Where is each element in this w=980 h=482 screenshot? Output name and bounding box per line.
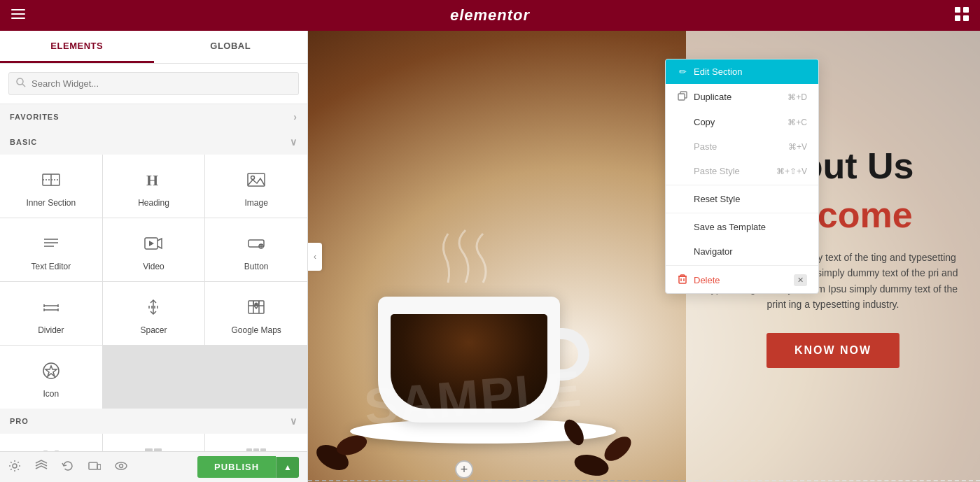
context-menu: ✏ Edit Section Duplicate ⌘+D [665, 59, 819, 294]
widget-google-maps[interactable]: Google Maps [205, 282, 307, 345]
save-template-label: Save as Template [694, 222, 766, 232]
steam [434, 227, 504, 292]
chevron-down-icon: ∨ [290, 136, 298, 148]
settings-icon[interactable] [8, 460, 21, 475]
history-icon[interactable] [62, 460, 74, 475]
reset-style-label: Reset Style [694, 194, 740, 204]
inner-section-icon [38, 167, 64, 192]
widget-spacer[interactable]: Spacer [103, 282, 205, 345]
navigator-label: Navigator [694, 246, 733, 257]
responsive-icon[interactable] [88, 460, 101, 475]
publish-arrow-button[interactable]: ▲ [276, 457, 299, 478]
context-menu-paste: Paste ⌘+V [666, 134, 818, 159]
elementor-logo: elementor [450, 6, 530, 24]
canvas-area: ‹ [308, 31, 980, 482]
svg-rect-41 [89, 462, 97, 469]
delete-trash-icon [677, 274, 688, 286]
duplicate-icon [677, 91, 688, 103]
svg-point-37 [255, 303, 258, 306]
svg-marker-39 [46, 366, 57, 376]
section-favorites[interactable]: FAVORITES › [0, 104, 307, 129]
widget-video[interactable]: Video [103, 218, 205, 281]
grid-icon[interactable] [955, 7, 969, 24]
publish-button[interactable]: PUBLISH [197, 456, 276, 478]
widgets-scroll: FAVORITES › BASIC ∨ [0, 104, 307, 451]
paste-style-shortcut: ⌘+⇧+V [776, 166, 807, 176]
context-menu-copy[interactable]: Copy ⌘+C [666, 110, 818, 134]
svg-rect-47 [679, 276, 686, 283]
paste-shortcut: ⌘+V [788, 142, 807, 152]
know-now-button[interactable]: KNOW NOW [766, 333, 899, 368]
tab-global[interactable]: GLOBAL [154, 31, 308, 63]
svg-rect-4 [963, 7, 969, 13]
paste-style-label: Paste Style [694, 166, 740, 176]
widget-image[interactable]: Image [205, 155, 307, 218]
sidebar: ELEMENTS GLOBAL FAVORITES › [0, 31, 308, 482]
context-menu-navigator[interactable]: Navigator [666, 239, 818, 264]
widget-button-label: Button [244, 262, 269, 271]
widget-icon[interactable]: Icon [0, 346, 102, 409]
delete-shortcut: ✕ [794, 274, 807, 286]
context-menu-save-template[interactable]: Save as Template [666, 215, 818, 239]
delete-label: Delete [694, 275, 720, 285]
svg-point-43 [115, 462, 127, 469]
widget-spacer-label: Spacer [140, 325, 167, 335]
widget-heading-label: Heading [138, 198, 169, 208]
context-menu-divider-1 [666, 185, 818, 185]
widget-inner-section[interactable]: Inner Section [0, 155, 102, 218]
widget-divider[interactable]: Divider [0, 282, 102, 345]
context-menu-divider-3 [666, 265, 818, 266]
bottom-toolbar: PUBLISH ▲ [0, 451, 307, 482]
svg-rect-6 [963, 15, 969, 21]
widget-heading[interactable]: H Heading [103, 155, 205, 218]
widget-divider-label: Divider [38, 325, 64, 335]
context-menu-divider-2 [666, 213, 818, 213]
sidebar-tabs: ELEMENTS GLOBAL [0, 31, 307, 64]
pro-widgets-grid [0, 434, 307, 451]
pro-widget-2[interactable] [103, 434, 205, 451]
svg-marker-19 [149, 241, 154, 246]
section-pro[interactable]: PRO ∨ [0, 409, 307, 434]
layers-icon[interactable] [35, 460, 48, 475]
google-maps-icon [244, 295, 269, 320]
pro-widget-3[interactable] [205, 434, 307, 451]
widget-text-editor-label: Text Editor [31, 262, 71, 271]
basic-widgets-grid: Inner Section H Heading [0, 155, 307, 409]
widget-text-editor[interactable]: Text Editor [0, 218, 102, 281]
svg-point-7 [17, 78, 23, 85]
toolbar-left [8, 460, 127, 475]
context-menu-reset-style[interactable]: Reset Style [666, 187, 818, 211]
spacer-icon [141, 295, 166, 320]
widget-button[interactable]: Button [205, 218, 307, 281]
svg-rect-13 [248, 173, 265, 186]
chevron-right-icon: › [293, 111, 298, 122]
svg-rect-1 [11, 13, 25, 15]
svg-line-8 [22, 84, 25, 87]
context-menu-delete[interactable]: Delete ✕ [666, 267, 818, 293]
heading-icon: H [141, 167, 166, 192]
header: elementor [0, 0, 980, 31]
copy-label: Copy [694, 117, 715, 127]
svg-rect-3 [955, 7, 960, 13]
hamburger-menu-icon[interactable] [11, 7, 25, 24]
pro-widget-1[interactable] [0, 434, 102, 451]
search-input[interactable] [31, 78, 291, 89]
section-basic[interactable]: BASIC ∨ [0, 129, 307, 155]
svg-point-44 [120, 464, 123, 467]
widget-google-maps-label: Google Maps [231, 325, 281, 335]
svg-text:H: H [146, 171, 158, 189]
eye-icon[interactable] [115, 460, 127, 475]
context-menu-edit-section[interactable]: ✏ Edit Section [666, 59, 818, 84]
duplicate-shortcut: ⌘+D [788, 92, 807, 102]
widget-image-label: Image [244, 198, 267, 208]
add-section-button[interactable]: + [455, 460, 473, 479]
context-menu-duplicate[interactable]: Duplicate ⌘+D [666, 84, 818, 110]
tab-elements[interactable]: ELEMENTS [0, 31, 154, 63]
image-icon [244, 167, 269, 192]
widget-icon-label: Icon [43, 389, 59, 399]
svg-rect-0 [11, 9, 25, 10]
collapse-sidebar-button[interactable]: ‹ [308, 243, 322, 271]
svg-rect-42 [97, 465, 101, 469]
context-menu-paste-style: Paste Style ⌘+⇧+V [666, 159, 818, 183]
edit-section-label: Edit Section [694, 66, 742, 77]
